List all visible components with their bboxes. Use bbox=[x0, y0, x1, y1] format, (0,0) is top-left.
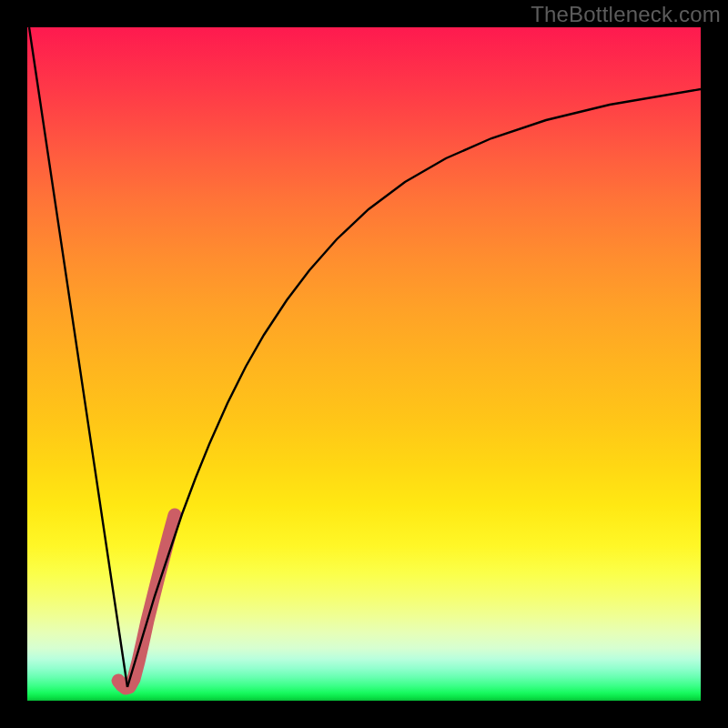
plot-area bbox=[27, 27, 701, 701]
curves-svg bbox=[27, 27, 701, 701]
hook-overlay-path bbox=[118, 515, 175, 688]
chart-root: TheBottleneck.com bbox=[0, 0, 728, 728]
right-ascending-curve-path bbox=[127, 89, 701, 687]
left-descending-line-path bbox=[29, 27, 127, 687]
watermark-text: TheBottleneck.com bbox=[531, 2, 721, 27]
